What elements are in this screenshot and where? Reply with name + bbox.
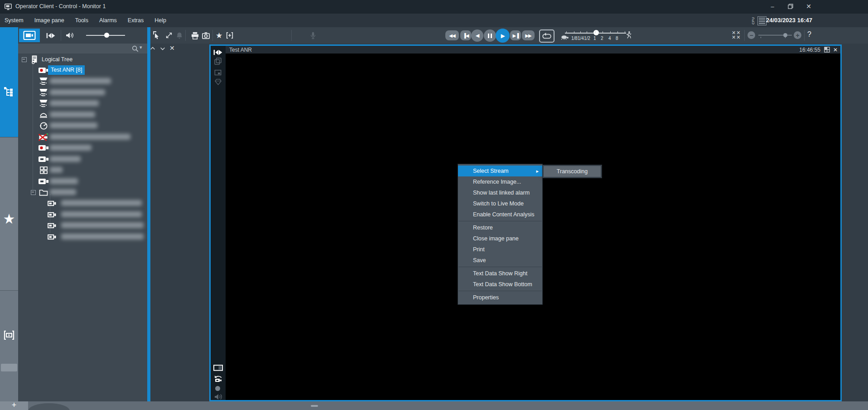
menu-item-show-last-linked-alarm[interactable]: Show last linked alarm: [458, 187, 542, 198]
picture-in-picture-icon[interactable]: [213, 68, 223, 77]
tree-root-row[interactable]: Logical Tree: [18, 54, 147, 64]
skip-start-button[interactable]: ▐◀: [460, 30, 471, 40]
menu-extras[interactable]: Extras: [128, 17, 144, 24]
content-analysis-gem-icon[interactable]: [213, 77, 223, 86]
loop-playback-button[interactable]: [539, 29, 555, 43]
tree-item[interactable]: [18, 232, 147, 242]
chevron-up-icon[interactable]: [149, 45, 156, 52]
tree-item[interactable]: [18, 98, 147, 108]
speaker-icon[interactable]: [64, 30, 75, 40]
ptz-camera-control-icon[interactable]: [213, 374, 223, 383]
tree-item[interactable]: [18, 88, 147, 98]
favorite-star-icon[interactable]: ★: [216, 31, 225, 40]
snapshot-camera-icon[interactable]: [201, 31, 210, 40]
selected-window-divider: [147, 27, 150, 401]
print-icon[interactable]: [190, 31, 199, 40]
menu-item-switch-to-live-mode[interactable]: Switch to Live Mode: [458, 198, 542, 209]
menu-item-reference-image[interactable]: Reference Image...: [458, 176, 542, 187]
menu-item-text-data-show-right[interactable]: Text Data Show Right: [458, 268, 542, 279]
sidebar-tab-image-panes[interactable]: [0, 290, 18, 402]
sidebar-tab-logical-tree[interactable]: [0, 27, 18, 137]
search-close-icon[interactable]: ✕: [169, 44, 175, 52]
redacted-tree-label: [50, 178, 78, 184]
maximize-expand-icon[interactable]: [164, 31, 174, 40]
menu-item-restore[interactable]: Restore: [458, 222, 542, 233]
tree-item[interactable]: [18, 198, 147, 208]
menu-item-print[interactable]: Print: [458, 244, 542, 255]
pane-copies-icon[interactable]: [213, 57, 223, 66]
fast-forward-button[interactable]: ▶▶: [522, 30, 535, 40]
instant-playback-button[interactable]: [43, 30, 58, 40]
minimize-button[interactable]: –: [765, 0, 780, 13]
image-pane-title: Test ANR: [229, 47, 799, 53]
submenu-item-transcoding[interactable]: Transcoding: [544, 166, 601, 177]
restore-button[interactable]: [783, 0, 798, 13]
menu-item-enable-content-analysis[interactable]: Enable Content Analysis: [458, 209, 542, 220]
tree-item[interactable]: [18, 121, 147, 131]
record-dot-icon[interactable]: [215, 386, 220, 391]
play-button[interactable]: ▶: [496, 29, 510, 43]
pause-button[interactable]: [484, 29, 496, 42]
add-tab-button[interactable]: +: [0, 401, 28, 410]
step-forward-button[interactable]: ▶▐: [510, 30, 521, 40]
help-button[interactable]: ?: [807, 30, 811, 39]
display-mode-icon[interactable]: [213, 363, 223, 372]
image-pane-header[interactable]: Test ANR 16:46:55 ✕: [226, 46, 840, 54]
menu-item-save[interactable]: Save: [458, 255, 542, 266]
alarm-icon[interactable]: [175, 31, 184, 40]
search-caret-icon[interactable]: ▾: [140, 44, 142, 50]
menu-system[interactable]: System: [5, 17, 24, 24]
panel-resize-handle[interactable]: [311, 405, 318, 407]
menu-item-select-stream[interactable]: Select Stream▸: [458, 166, 542, 176]
search-icon[interactable]: [131, 45, 139, 52]
tree-item[interactable]: [18, 154, 147, 164]
tree-item[interactable]: [18, 220, 147, 230]
zoom-in-button[interactable]: +: [794, 31, 801, 39]
menu-separator: [458, 267, 542, 267]
pane-count-slider-handle[interactable]: [783, 33, 787, 37]
tree-item[interactable]: [18, 176, 147, 186]
menu-item-close-image-pane[interactable]: Close image pane: [458, 233, 542, 244]
folder-expander[interactable]: [31, 190, 36, 195]
speed-slider-handle[interactable]: [593, 30, 599, 35]
menu-help[interactable]: Help: [154, 17, 166, 24]
tree-item[interactable]: [18, 210, 147, 220]
pane-maximize-grid-icon[interactable]: [824, 47, 830, 53]
pane-close-icon[interactable]: ✕: [833, 47, 838, 53]
sidebar-bottom-button[interactable]: [1, 364, 17, 371]
tree-item-selected[interactable]: Test ANR [8]: [18, 65, 147, 75]
zoom-out-button[interactable]: −: [747, 31, 755, 39]
redacted-tree-label: [50, 167, 63, 173]
context-submenu: Transcoding: [542, 165, 602, 178]
pane-select-icon[interactable]: [153, 31, 162, 40]
tree-item[interactable]: [18, 110, 147, 120]
add-image-pane-icon[interactable]: [225, 31, 234, 40]
menu-image-pane[interactable]: Image pane: [34, 17, 64, 24]
sidebar-tab-favorites[interactable]: ★: [0, 137, 18, 291]
close-all-panes-icon[interactable]: ✕✕✕✕: [732, 30, 741, 39]
menu-item-text-data-show-bottom[interactable]: Text Data Show Bottom: [458, 279, 542, 290]
step-back-button[interactable]: ◀: [471, 29, 483, 42]
pane-speaker-icon[interactable]: [213, 392, 223, 401]
tree-item[interactable]: [18, 165, 147, 175]
live-video-button[interactable]: [19, 29, 40, 42]
rewind-button[interactable]: ◀◀: [445, 30, 459, 40]
instant-playback-icon[interactable]: [213, 48, 223, 57]
tree-item[interactable]: [18, 76, 147, 86]
tree-root-label: Logical Tree: [42, 56, 72, 63]
toolbar-separator: [744, 30, 745, 41]
chevron-down-icon[interactable]: [159, 45, 166, 52]
speed-tick: [625, 31, 625, 33]
speed-tick: [595, 31, 596, 33]
tree-item[interactable]: [18, 187, 147, 197]
menu-alarms[interactable]: Alarms: [99, 17, 117, 24]
speed-tick: [610, 31, 611, 33]
volume-slider-handle[interactable]: [104, 33, 109, 38]
microphone-icon[interactable]: [309, 31, 318, 40]
tree-item[interactable]: [18, 143, 147, 153]
menu-item-properties[interactable]: Properties: [458, 292, 542, 303]
tree-search-input[interactable]: ▾ ✕: [18, 44, 147, 54]
menu-tools[interactable]: Tools: [75, 17, 88, 24]
close-button[interactable]: ✕: [801, 0, 816, 13]
tree-item[interactable]: [18, 132, 147, 142]
